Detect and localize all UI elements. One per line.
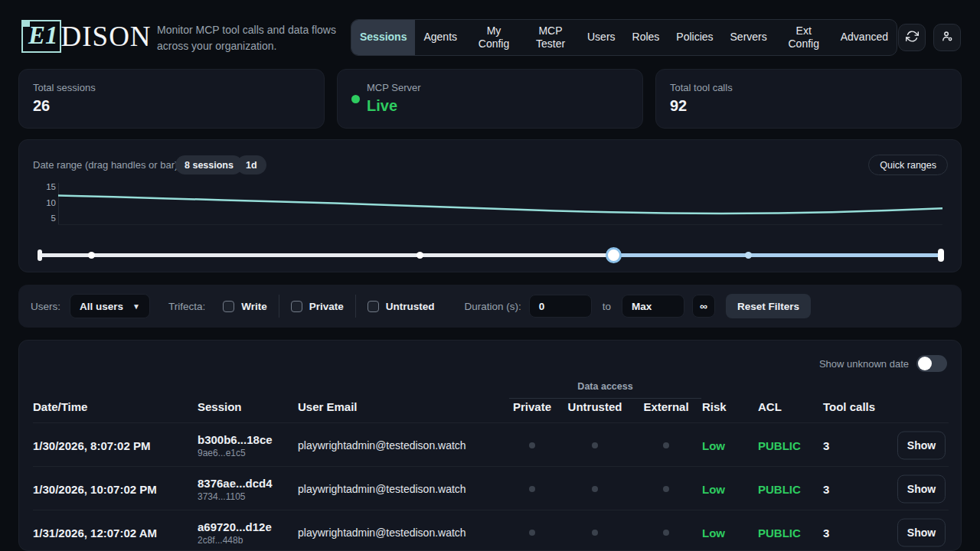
tab-policies[interactable]: Policies [668, 20, 721, 55]
session-sub-id: 3734...1105 [198, 491, 273, 501]
slider-marker-dot [416, 252, 423, 259]
row-datetime: 1/30/2026, 10:07:02 PM [33, 482, 157, 495]
total-tool-calls-value: 92 [670, 97, 947, 115]
tab-roles[interactable]: Roles [624, 20, 668, 55]
row-datetime: 1/30/2026, 8:07:02 PM [33, 439, 150, 452]
col-header-external: External [643, 400, 688, 413]
row-risk-badge: Low [702, 526, 725, 539]
reset-filters-button[interactable]: Reset Filters [726, 294, 811, 318]
logo-rest-letters: DISON [61, 22, 152, 51]
external-access-dot [663, 530, 669, 536]
untrusted-checkbox[interactable]: Untrusted [355, 295, 446, 318]
col-header-risk: Risk [702, 400, 727, 413]
row-user-email: playwrightadmin@testedison.watch [298, 483, 466, 495]
total-sessions-label: Total sessions [33, 82, 310, 93]
session-id: a69720...d12e [198, 520, 272, 533]
date-range-label: Date range (drag handles or bar) [33, 159, 178, 171]
external-access-dot [663, 486, 669, 492]
infinity-button[interactable]: ∞ [692, 295, 715, 318]
show-unknown-date-label: Show unknown date [819, 358, 909, 370]
session-id: 8376ae...dcd4 [198, 476, 273, 489]
x-axis-line [58, 224, 942, 225]
tab-my-config[interactable]: My Config [466, 20, 522, 55]
app-tagline: Monitor MCP tool calls and data flows ac… [157, 22, 348, 54]
row-tool-calls: 3 [823, 526, 829, 539]
tab-advanced[interactable]: Advanced [832, 20, 897, 55]
slider-end-handle[interactable] [938, 249, 944, 262]
show-session-button[interactable]: Show [897, 431, 946, 459]
row-acl-badge: PUBLIC [758, 482, 801, 495]
total-tool-calls-label: Total tool calls [670, 82, 947, 93]
tab-servers[interactable]: Servers [722, 20, 776, 55]
slider-track-selected[interactable] [614, 253, 941, 257]
toggle-knob [918, 357, 932, 370]
duration-max-input[interactable]: Max [622, 295, 684, 318]
slider-marker-dot-selected [745, 252, 752, 259]
live-status-dot [351, 95, 360, 103]
tab-sessions[interactable]: Sessions [351, 20, 415, 55]
trifecta-label: Trifecta: [168, 301, 205, 312]
col-header-private: Private [513, 400, 551, 413]
row-session: a69720...d12e 2c8f...448b [198, 520, 272, 545]
row-risk-badge: Low [702, 439, 725, 452]
checkbox-icon [291, 301, 302, 312]
brand-logo: E1 DISON [21, 20, 152, 53]
users-dropdown[interactable]: All users ▼ [70, 294, 150, 318]
session-sub-id: 9ae6...e1c5 [198, 447, 273, 458]
sessions-sparkline-chart [58, 183, 942, 224]
y-axis-tick-10: 10 [33, 198, 56, 207]
dashboard-page: E1 DISON Monitor MCP tool calls and data… [0, 0, 980, 551]
mcp-server-label: MCP Server [367, 82, 629, 93]
slider-left-edge-handle[interactable] [38, 249, 42, 261]
tab-ext-config[interactable]: Ext Config [776, 20, 832, 55]
row-session: b300b6...18ce 9ae6...e1c5 [198, 432, 273, 458]
tab-users[interactable]: Users [579, 20, 624, 55]
untrusted-access-dot [592, 530, 598, 536]
main-nav: Sessions Agents My Config MCP Tester Use… [351, 19, 897, 56]
y-axis-tick-15: 15 [33, 182, 56, 191]
private-checkbox[interactable]: Private [279, 295, 355, 318]
row-user-email: playwrightadmin@testedison.watch [298, 527, 466, 539]
users-dropdown-value: All users [80, 301, 123, 312]
show-session-button[interactable]: Show [897, 474, 946, 503]
interval-badge: 1d [237, 155, 266, 174]
mcp-server-card: MCP Server Live [337, 69, 643, 129]
slider-track-unselected[interactable] [40, 253, 614, 257]
tab-agents[interactable]: Agents [415, 20, 466, 55]
refresh-button[interactable] [898, 24, 926, 51]
tab-mcp-tester[interactable]: MCP Tester [522, 20, 579, 55]
quick-ranges-button[interactable]: Quick ranges [868, 155, 948, 175]
filter-bar: Users: All users ▼ Trifecta: Write Priva… [18, 285, 962, 328]
sessions-table-card: Show unknown date Data access Date/Time … [18, 340, 962, 551]
date-range-card: Date range (drag handles or bar) 8 sessi… [18, 139, 962, 272]
show-unknown-date-toggle[interactable] [916, 355, 947, 372]
total-sessions-card: Total sessions 26 [18, 69, 325, 129]
show-session-button[interactable]: Show [897, 518, 946, 546]
slider-marker-dot [88, 252, 95, 259]
duration-min-input[interactable]: 0 [529, 295, 592, 318]
slider-start-handle[interactable] [606, 247, 622, 263]
row-tool-calls: 3 [823, 439, 829, 452]
col-header-tool-calls: Tool calls [823, 400, 875, 413]
table-row[interactable]: 1/30/2026, 8:07:02 PM b300b6...18ce 9ae6… [19, 423, 961, 467]
col-header-acl: ACL [758, 400, 782, 413]
data-access-group-header: Data access [509, 381, 701, 399]
user-settings-button[interactable] [933, 24, 961, 51]
row-datetime: 1/31/2026, 12:07:02 AM [33, 526, 157, 539]
table-row[interactable]: 1/31/2026, 12:07:02 AM a69720...d12e 2c8… [19, 510, 961, 551]
private-access-dot [529, 442, 535, 448]
table-row[interactable]: 1/30/2026, 10:07:02 PM 8376ae...dcd4 373… [19, 467, 961, 510]
untrusted-access-dot [592, 442, 598, 448]
refresh-icon [906, 30, 919, 46]
write-checkbox[interactable]: Write [211, 295, 279, 318]
col-header-session: Session [198, 400, 242, 413]
trifecta-checkbox-group: Write Private Untrusted [211, 295, 446, 318]
duration-label: Duration (s): [465, 301, 521, 312]
session-id: b300b6...18ce [198, 432, 273, 445]
total-sessions-value: 26 [33, 97, 310, 115]
mcp-server-status: Live [367, 97, 629, 115]
row-acl-badge: PUBLIC [758, 526, 801, 539]
checkbox-icon [223, 301, 234, 312]
row-tool-calls: 3 [823, 482, 829, 495]
user-settings-icon [941, 30, 954, 46]
